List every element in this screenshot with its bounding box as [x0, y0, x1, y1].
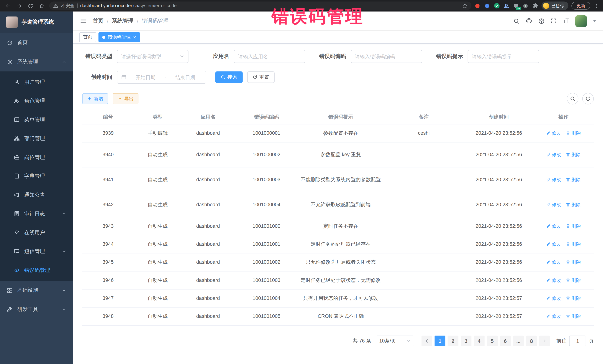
delete-button[interactable]: 删除	[566, 151, 581, 158]
cell-app: dashboard	[181, 295, 234, 302]
error-message-field[interactable]	[468, 50, 539, 63]
goto-page-input[interactable]	[569, 336, 586, 346]
export-button[interactable]: 导出	[113, 93, 139, 104]
check-extension-icon[interactable]	[494, 3, 500, 9]
goto-unit: 页	[589, 338, 594, 344]
sidebar-item-home[interactable]: 首页	[0, 33, 73, 52]
breadcrumb-section[interactable]: 系统管理	[112, 17, 133, 24]
add-button[interactable]: 新增	[82, 93, 108, 104]
sidebar-item-menu[interactable]: 菜单管理	[0, 110, 73, 129]
sidebar-item-devtools[interactable]: 研发工具	[0, 300, 73, 319]
app-name-input[interactable]	[238, 54, 301, 59]
people-extension-icon[interactable]	[503, 3, 509, 9]
delete-button[interactable]: 删除	[566, 277, 581, 284]
forward-icon[interactable]	[16, 3, 22, 9]
cell-type: 自动生成	[134, 240, 181, 248]
user-avatar[interactable]	[575, 15, 587, 27]
sidebar-item-post[interactable]: 岗位管理	[0, 148, 73, 167]
page-button-1[interactable]: 1	[435, 336, 445, 346]
blue-extension-icon[interactable]	[484, 3, 490, 9]
github-icon[interactable]	[526, 18, 532, 24]
date-range-picker[interactable]: -	[117, 71, 206, 84]
page-button-6[interactable]: 6	[500, 336, 511, 346]
font-size-icon[interactable]	[563, 18, 569, 24]
hamburger-icon[interactable]	[80, 18, 86, 24]
app-frame: 芋道管理系统 首页 系统管理 用户管理	[0, 11, 603, 364]
page-button-2[interactable]: 2	[448, 336, 458, 346]
shield-extension-icon[interactable]: on	[513, 3, 519, 9]
tag-home[interactable]: 首页	[79, 32, 96, 42]
date-start-input[interactable]	[129, 74, 162, 80]
sidebar-item-sms[interactable]: 短信管理	[0, 242, 73, 261]
more-pages-button[interactable]: ...	[513, 336, 524, 346]
error-code-field[interactable]	[351, 50, 422, 63]
search-icon[interactable]	[513, 18, 520, 24]
error-code-input[interactable]	[355, 54, 418, 59]
edit-button[interactable]: 修改	[546, 241, 561, 248]
error-type-select-input[interactable]	[121, 54, 177, 59]
page-size-select[interactable]: 10条/页	[376, 336, 414, 346]
next-page-button[interactable]	[539, 336, 550, 346]
browser-update-button[interactable]: 更新	[571, 2, 590, 10]
page-button-8[interactable]: 8	[526, 336, 537, 346]
date-end-input[interactable]	[168, 74, 202, 80]
page-button-4[interactable]: 4	[474, 336, 485, 346]
edit-button[interactable]: 修改	[546, 176, 561, 183]
refresh-table-button[interactable]	[582, 93, 594, 104]
breadcrumb-home[interactable]: 首页	[93, 17, 104, 24]
sidebar-item-notice[interactable]: 通知公告	[0, 186, 73, 204]
sidebar-item-infra[interactable]: 基础设施	[0, 281, 73, 300]
sidebar-item-user[interactable]: 用户管理	[0, 73, 73, 92]
paw-extension-icon[interactable]	[522, 3, 529, 9]
address-bar[interactable]: 不安全 dashboard.yudao.iocoder.cn/system/er…	[49, 1, 471, 10]
delete-button[interactable]: 删除	[566, 201, 581, 208]
edit-button[interactable]: 修改	[546, 259, 561, 265]
reset-button[interactable]: 重置	[247, 71, 275, 83]
tag-close-icon[interactable]	[133, 36, 136, 39]
help-icon[interactable]	[538, 18, 545, 24]
edit-button[interactable]: 修改	[546, 277, 561, 284]
reload-icon[interactable]	[28, 3, 33, 9]
cell-operations: 修改 删除	[533, 259, 594, 265]
sidebar-item-online[interactable]: 在线用户	[0, 223, 73, 242]
edit-button[interactable]: 修改	[546, 223, 561, 230]
delete-button[interactable]: 删除	[566, 295, 581, 302]
prev-page-button[interactable]	[422, 336, 432, 346]
sidebar-item-system[interactable]: 系统管理	[0, 52, 73, 72]
toggle-search-button[interactable]	[567, 93, 578, 104]
sidebar-item-audit[interactable]: 审计日志	[0, 204, 73, 223]
edit-button[interactable]: 修改	[546, 295, 561, 302]
delete-button[interactable]: 删除	[566, 176, 581, 183]
delete-button[interactable]: 删除	[566, 130, 581, 137]
edit-button[interactable]: 修改	[546, 151, 561, 158]
cell-type: 手动编辑	[134, 130, 181, 137]
fullscreen-icon[interactable]	[551, 18, 557, 24]
delete-button[interactable]: 删除	[566, 313, 581, 320]
edit-button[interactable]: 修改	[546, 201, 561, 208]
browser-profile-chip[interactable]: 已暂停	[541, 1, 568, 10]
edit-button[interactable]: 修改	[546, 313, 561, 320]
search-button[interactable]: 搜索	[215, 71, 243, 83]
home-icon[interactable]	[39, 3, 45, 9]
sidebar-item-errcode[interactable]: 错误码管理	[0, 261, 73, 280]
record-extension-icon[interactable]	[475, 3, 481, 9]
sidebar-item-role[interactable]: 角色管理	[0, 91, 73, 110]
page-button-3[interactable]: 3	[461, 336, 471, 346]
sidebar-item-dept[interactable]: 部门管理	[0, 129, 73, 148]
bookmark-star-icon[interactable]	[462, 3, 467, 9]
sidebar-logo[interactable]: 芋道管理系统	[0, 11, 73, 33]
back-icon[interactable]	[5, 3, 11, 9]
caret-down-icon[interactable]	[593, 20, 596, 22]
app-name-field[interactable]	[234, 50, 305, 63]
page-button-5[interactable]: 5	[487, 336, 498, 346]
delete-button[interactable]: 删除	[566, 241, 581, 248]
error-message-input[interactable]	[472, 54, 535, 59]
delete-button[interactable]: 删除	[566, 223, 581, 230]
sidebar-item-dict[interactable]: 字典管理	[0, 167, 73, 186]
edit-button[interactable]: 修改	[546, 130, 561, 137]
browser-menu-icon[interactable]	[593, 3, 599, 9]
tag-errcode[interactable]: 错误码管理	[99, 32, 140, 42]
error-type-select[interactable]	[117, 50, 188, 63]
puzzle-extension-icon[interactable]	[532, 3, 538, 9]
delete-button[interactable]: 删除	[566, 259, 581, 265]
